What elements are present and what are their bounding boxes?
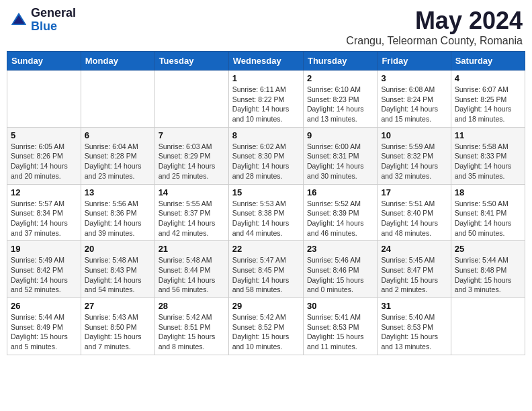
calendar-day-cell — [154, 71, 228, 128]
calendar-week-row: 19Sunrise: 5:49 AMSunset: 8:42 PMDayligh… — [7, 241, 525, 298]
day-info: Sunrise: 5:40 AMSunset: 8:53 PMDaylight:… — [381, 312, 447, 352]
calendar-day-cell: 16Sunrise: 5:52 AMSunset: 8:39 PMDayligh… — [303, 184, 377, 241]
calendar-header-row: SundayMondayTuesdayWednesdayThursdayFrid… — [7, 52, 525, 71]
logo-icon — [9, 11, 28, 30]
day-info: Sunrise: 5:47 AMSunset: 8:45 PMDaylight:… — [232, 255, 300, 295]
day-number: 23 — [307, 244, 373, 254]
calendar-day-cell: 23Sunrise: 5:46 AMSunset: 8:46 PMDayligh… — [303, 241, 377, 298]
day-info: Sunrise: 6:00 AMSunset: 8:31 PMDaylight:… — [307, 142, 373, 181]
day-info: Sunrise: 6:07 AMSunset: 8:25 PMDaylight:… — [455, 85, 521, 124]
day-info: Sunrise: 6:04 AMSunset: 8:28 PMDaylight:… — [85, 142, 151, 181]
day-info: Sunrise: 5:42 AMSunset: 8:51 PMDaylight:… — [159, 312, 225, 352]
day-info: Sunrise: 5:57 AMSunset: 8:34 PMDaylight:… — [11, 199, 77, 238]
day-info: Sunrise: 6:11 AMSunset: 8:22 PMDaylight:… — [232, 85, 300, 124]
weekday-header-tuesday: Tuesday — [154, 52, 228, 71]
location-title: Crangu, Teleorman County, Romania — [346, 35, 523, 47]
day-number: 24 — [381, 244, 447, 254]
day-number: 12 — [11, 187, 77, 197]
day-info: Sunrise: 5:52 AMSunset: 8:39 PMDaylight:… — [307, 199, 373, 238]
day-info: Sunrise: 5:56 AMSunset: 8:36 PMDaylight:… — [85, 199, 151, 238]
calendar-day-cell: 9Sunrise: 6:00 AMSunset: 8:31 PMDaylight… — [303, 127, 377, 184]
calendar-day-cell: 4Sunrise: 6:07 AMSunset: 8:25 PMDaylight… — [451, 71, 525, 128]
day-info: Sunrise: 5:48 AMSunset: 8:44 PMDaylight:… — [159, 255, 225, 295]
month-title: May 2024 — [346, 7, 523, 35]
calendar-week-row: 26Sunrise: 5:44 AMSunset: 8:49 PMDayligh… — [7, 298, 525, 355]
day-info: Sunrise: 5:53 AMSunset: 8:38 PMDaylight:… — [232, 199, 300, 238]
day-info: Sunrise: 5:48 AMSunset: 8:43 PMDaylight:… — [85, 255, 151, 295]
calendar-table: SundayMondayTuesdayWednesdayThursdayFrid… — [7, 51, 525, 355]
day-info: Sunrise: 5:43 AMSunset: 8:50 PMDaylight:… — [85, 312, 151, 352]
day-number: 20 — [85, 244, 151, 254]
calendar-day-cell: 27Sunrise: 5:43 AMSunset: 8:50 PMDayligh… — [81, 298, 154, 355]
day-info: Sunrise: 6:02 AMSunset: 8:30 PMDaylight:… — [232, 142, 300, 181]
day-info: Sunrise: 6:08 AMSunset: 8:24 PMDaylight:… — [381, 85, 447, 124]
page-header: General Blue May 2024 Crangu, Teleorman … — [7, 7, 525, 47]
day-info: Sunrise: 5:51 AMSunset: 8:40 PMDaylight:… — [381, 199, 447, 238]
calendar-day-cell: 10Sunrise: 5:59 AMSunset: 8:32 PMDayligh… — [378, 127, 451, 184]
calendar-day-cell: 30Sunrise: 5:41 AMSunset: 8:53 PMDayligh… — [303, 298, 377, 355]
day-number: 28 — [159, 301, 225, 311]
calendar-week-row: 5Sunrise: 6:05 AMSunset: 8:26 PMDaylight… — [7, 127, 525, 184]
calendar-day-cell: 28Sunrise: 5:42 AMSunset: 8:51 PMDayligh… — [154, 298, 228, 355]
day-info: Sunrise: 6:05 AMSunset: 8:26 PMDaylight:… — [11, 142, 77, 181]
calendar-day-cell: 14Sunrise: 5:55 AMSunset: 8:37 PMDayligh… — [154, 184, 228, 241]
day-number: 9 — [307, 130, 373, 140]
calendar-day-cell: 7Sunrise: 6:03 AMSunset: 8:29 PMDaylight… — [154, 127, 228, 184]
weekday-header-wednesday: Wednesday — [228, 52, 303, 71]
calendar-day-cell: 17Sunrise: 5:51 AMSunset: 8:40 PMDayligh… — [378, 184, 451, 241]
day-number: 8 — [232, 130, 300, 140]
calendar-week-row: 1Sunrise: 6:11 AMSunset: 8:22 PMDaylight… — [7, 71, 525, 128]
calendar-day-cell: 25Sunrise: 5:44 AMSunset: 8:48 PMDayligh… — [451, 241, 525, 298]
calendar-day-cell: 12Sunrise: 5:57 AMSunset: 8:34 PMDayligh… — [7, 184, 81, 241]
day-number: 7 — [159, 130, 225, 140]
day-number: 4 — [455, 73, 521, 83]
day-number: 19 — [11, 244, 77, 254]
logo: General Blue — [9, 7, 76, 34]
day-number: 2 — [307, 73, 373, 83]
calendar-day-cell: 18Sunrise: 5:50 AMSunset: 8:41 PMDayligh… — [451, 184, 525, 241]
day-number: 14 — [159, 187, 225, 197]
weekday-header-friday: Friday — [378, 52, 451, 71]
calendar-day-cell: 29Sunrise: 5:42 AMSunset: 8:52 PMDayligh… — [228, 298, 303, 355]
day-info: Sunrise: 6:03 AMSunset: 8:29 PMDaylight:… — [159, 142, 225, 181]
day-info: Sunrise: 5:58 AMSunset: 8:33 PMDaylight:… — [455, 142, 521, 181]
calendar-day-cell: 20Sunrise: 5:48 AMSunset: 8:43 PMDayligh… — [81, 241, 154, 298]
day-number: 5 — [11, 130, 77, 140]
day-info: Sunrise: 5:46 AMSunset: 8:46 PMDaylight:… — [307, 255, 373, 295]
calendar-day-cell: 21Sunrise: 5:48 AMSunset: 8:44 PMDayligh… — [154, 241, 228, 298]
day-number: 16 — [307, 187, 373, 197]
day-number: 10 — [381, 130, 447, 140]
day-number: 26 — [11, 301, 77, 311]
calendar-day-cell: 3Sunrise: 6:08 AMSunset: 8:24 PMDaylight… — [378, 71, 451, 128]
day-number: 21 — [159, 244, 225, 254]
calendar-day-cell: 13Sunrise: 5:56 AMSunset: 8:36 PMDayligh… — [81, 184, 154, 241]
day-number: 30 — [307, 301, 373, 311]
weekday-header-sunday: Sunday — [7, 52, 81, 71]
day-number: 25 — [455, 244, 521, 254]
logo-general-text: General — [31, 6, 76, 19]
calendar-day-cell — [451, 298, 525, 355]
calendar-day-cell: 24Sunrise: 5:45 AMSunset: 8:47 PMDayligh… — [378, 241, 451, 298]
day-number: 29 — [232, 301, 300, 311]
day-number: 31 — [381, 301, 447, 311]
calendar-day-cell — [7, 71, 81, 128]
day-number: 27 — [85, 301, 151, 311]
weekday-header-saturday: Saturday — [451, 52, 525, 71]
calendar-day-cell: 11Sunrise: 5:58 AMSunset: 8:33 PMDayligh… — [451, 127, 525, 184]
weekday-header-monday: Monday — [81, 52, 154, 71]
calendar-day-cell: 5Sunrise: 6:05 AMSunset: 8:26 PMDaylight… — [7, 127, 81, 184]
calendar-day-cell: 26Sunrise: 5:44 AMSunset: 8:49 PMDayligh… — [7, 298, 81, 355]
day-info: Sunrise: 5:42 AMSunset: 8:52 PMDaylight:… — [232, 312, 300, 352]
calendar-day-cell: 8Sunrise: 6:02 AMSunset: 8:30 PMDaylight… — [228, 127, 303, 184]
calendar-week-row: 12Sunrise: 5:57 AMSunset: 8:34 PMDayligh… — [7, 184, 525, 241]
day-info: Sunrise: 5:44 AMSunset: 8:48 PMDaylight:… — [455, 255, 521, 295]
calendar-day-cell: 15Sunrise: 5:53 AMSunset: 8:38 PMDayligh… — [228, 184, 303, 241]
day-info: Sunrise: 5:41 AMSunset: 8:53 PMDaylight:… — [307, 312, 373, 352]
calendar-day-cell: 6Sunrise: 6:04 AMSunset: 8:28 PMDaylight… — [81, 127, 154, 184]
logo-blue-text: Blue — [31, 19, 57, 33]
day-info: Sunrise: 5:45 AMSunset: 8:47 PMDaylight:… — [381, 255, 447, 295]
day-number: 3 — [381, 73, 447, 83]
day-number: 6 — [85, 130, 151, 140]
calendar-day-cell: 2Sunrise: 6:10 AMSunset: 8:23 PMDaylight… — [303, 71, 377, 128]
title-section: May 2024 Crangu, Teleorman County, Roman… — [346, 7, 523, 47]
